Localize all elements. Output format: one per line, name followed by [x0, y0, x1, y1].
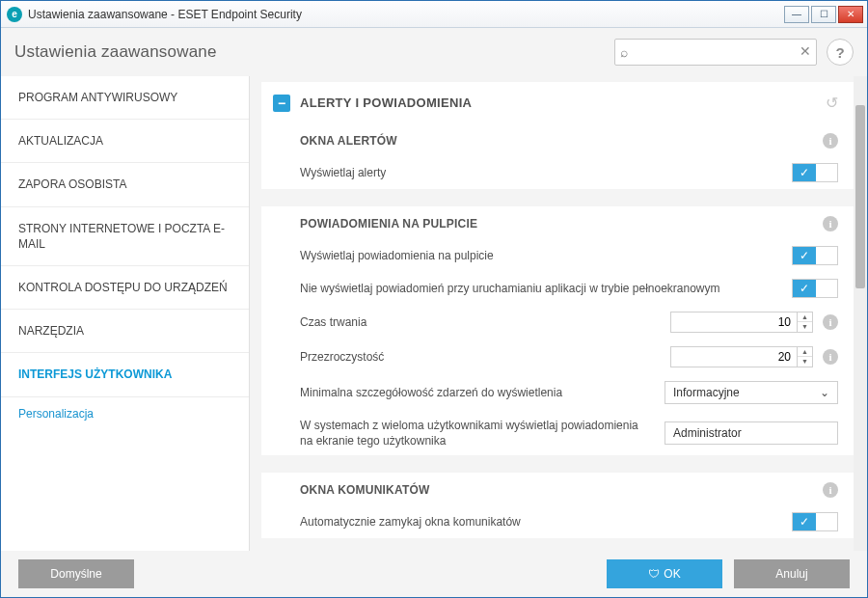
toggle-no-fullscreen[interactable]: ✓: [792, 279, 838, 298]
search-icon: ⌕: [620, 44, 628, 60]
row-label: Czas trwania: [300, 314, 670, 330]
row-label: Przezroczystość: [300, 349, 670, 365]
select-min-severity[interactable]: Informacyjne ⌄: [665, 381, 838, 404]
info-icon[interactable]: i: [823, 482, 838, 498]
subhead-okna-alertow: OKNA ALERTÓW i: [261, 123, 854, 156]
search-clear-icon[interactable]: ✕: [800, 43, 811, 59]
collapse-icon[interactable]: −: [273, 95, 290, 112]
sidebar-item-tools[interactable]: NARZĘDZIA: [1, 310, 249, 353]
section-header: − ALERTY I POWIADOMIENIA ↺: [261, 82, 854, 123]
number-input-duration: ▲▼: [670, 312, 813, 333]
check-icon: ✓: [793, 280, 816, 297]
main: PROGRAM ANTYWIRUSOWY AKTUALIZACJA ZAPORA…: [1, 76, 867, 551]
check-icon: ✓: [793, 247, 816, 264]
row-duration: Czas trwania ▲▼ i: [261, 305, 854, 340]
spinner[interactable]: ▲▼: [798, 312, 813, 333]
toggle-show-alerts[interactable]: ✓: [792, 163, 838, 182]
info-icon[interactable]: i: [823, 314, 838, 330]
titlebar: e Ustawienia zaawansowane - ESET Endpoin…: [1, 1, 867, 28]
app-logo-icon: e: [7, 7, 22, 22]
sidebar-item-ui[interactable]: INTERFEJS UŻYTKOWNIKA: [1, 353, 249, 396]
row-label: Nie wyświetlaj powiadomień przy uruchami…: [300, 281, 792, 296]
subhead-label: POWIADOMIENIA NA PULPICIE: [300, 217, 823, 231]
spin-down-icon[interactable]: ▼: [798, 322, 812, 332]
content-scroll[interactable]: − ALERTY I POWIADOMIENIA ↺ OKNA ALERTÓW …: [261, 82, 854, 545]
row-label: Minimalna szczegółowość zdarzeń do wyświ…: [300, 385, 665, 400]
toggle-autoclose[interactable]: ✓: [792, 512, 838, 531]
info-icon[interactable]: i: [823, 133, 838, 149]
help-button[interactable]: ?: [827, 39, 854, 66]
sidebar-sub-personalization[interactable]: Personalizacja: [1, 397, 249, 434]
chevron-down-icon: ⌄: [820, 386, 829, 399]
sidebar-item-device-control[interactable]: KONTROLA DOSTĘPU DO URZĄDZEŃ: [1, 266, 249, 310]
ok-label: OK: [664, 567, 680, 581]
scrollbar-thumb[interactable]: [855, 105, 865, 288]
spin-up-icon[interactable]: ▲: [798, 313, 812, 322]
row-label: Automatycznie zamykaj okna komunikatów: [300, 514, 792, 530]
cancel-button[interactable]: Anuluj: [734, 559, 850, 588]
reset-icon[interactable]: ↺: [826, 94, 838, 112]
select-value: Informacyjne: [673, 386, 740, 399]
header: Ustawienia zaawansowane ⌕ ✕ ?: [1, 28, 867, 76]
sidebar-item-web-email[interactable]: STRONY INTERNETOWE I POCZTA E-MAIL: [1, 207, 249, 266]
row-label: Wyświetlaj alerty: [300, 165, 792, 180]
spin-up-icon[interactable]: ▲: [798, 347, 812, 357]
vertical-scrollbar[interactable]: [854, 76, 867, 551]
minimize-button[interactable]: —: [784, 6, 809, 23]
footer: Domyślne 🛡 OK Anuluj: [1, 551, 867, 597]
row-transparency: Przezroczystość ▲▼ i: [261, 340, 854, 374]
content-wrap: − ALERTY I POWIADOMIENIA ↺ OKNA ALERTÓW …: [250, 76, 867, 551]
section-gap: [261, 189, 854, 206]
spin-down-icon[interactable]: ▼: [798, 357, 812, 367]
page-title: Ustawienia zaawansowane: [14, 42, 614, 62]
ok-button[interactable]: 🛡 OK: [607, 559, 722, 588]
maximize-button[interactable]: ☐: [811, 6, 836, 23]
info-icon[interactable]: i: [823, 349, 838, 365]
row-show-alerts: Wyświetlaj alerty ✓: [261, 156, 854, 189]
row-autoclose: Automatycznie zamykaj okna komunikatów ✓: [261, 505, 854, 538]
panel-komunikaty: OKNA KOMUNIKATÓW i Automatycznie zamykaj…: [261, 473, 854, 538]
spinner[interactable]: ▲▼: [798, 346, 813, 367]
row-show-desktop: Wyświetlaj powiadomienia na pulpicie ✓: [261, 239, 854, 272]
section-gap: [261, 455, 854, 473]
panel-desktop: POWIADOMIENIA NA PULPICIE i Wyświetlaj p…: [261, 206, 854, 455]
section-title: ALERTY I POWIADOMIENIA: [300, 95, 826, 110]
row-label: W systemach z wieloma użytkownikami wyśw…: [300, 418, 665, 448]
check-icon: ✓: [793, 164, 816, 181]
row-no-fullscreen: Nie wyświetlaj powiadomień przy uruchami…: [261, 272, 854, 305]
sidebar-item-firewall[interactable]: ZAPORA OSOBISTA: [1, 163, 249, 206]
subhead-label: OKNA KOMUNIKATÓW: [300, 483, 823, 497]
close-button[interactable]: ✕: [838, 6, 863, 23]
window-title: Ustawienia zaawansowane - ESET Endpoint …: [28, 8, 784, 21]
check-icon: ✓: [793, 513, 816, 530]
duration-input[interactable]: [670, 312, 798, 333]
subhead-pulpit: POWIADOMIENIA NA PULPICIE i: [261, 206, 854, 239]
subhead-komunikaty: OKNA KOMUNIKATÓW i: [261, 473, 854, 505]
sidebar-item-update[interactable]: AKTUALIZACJA: [1, 120, 249, 163]
multiuser-input[interactable]: [665, 421, 838, 445]
sidebar-item-antivirus[interactable]: PROGRAM ANTYWIRUSOWY: [1, 76, 249, 120]
window-buttons: — ☐ ✕: [784, 6, 863, 23]
number-input-transparency: ▲▼: [670, 346, 813, 367]
row-min-severity: Minimalna szczegółowość zdarzeń do wyświ…: [261, 374, 854, 411]
shield-icon: 🛡: [648, 567, 660, 581]
transparency-input[interactable]: [670, 346, 798, 367]
search-wrap: ⌕ ✕: [614, 39, 817, 66]
toggle-show-desktop[interactable]: ✓: [792, 246, 838, 265]
sidebar: PROGRAM ANTYWIRUSOWY AKTUALIZACJA ZAPORA…: [1, 76, 250, 551]
row-label: Wyświetlaj powiadomienia na pulpicie: [300, 248, 792, 263]
default-button[interactable]: Domyślne: [18, 559, 134, 588]
row-multiuser: W systemach z wieloma użytkownikami wyśw…: [261, 411, 854, 455]
info-icon[interactable]: i: [823, 216, 838, 231]
subhead-label: OKNA ALERTÓW: [300, 134, 823, 148]
panel-alerts: − ALERTY I POWIADOMIENIA ↺ OKNA ALERTÓW …: [261, 82, 854, 189]
search-input[interactable]: [614, 39, 817, 66]
